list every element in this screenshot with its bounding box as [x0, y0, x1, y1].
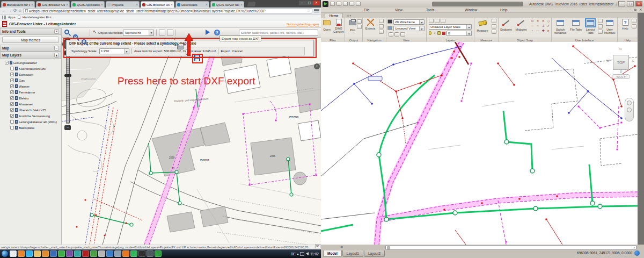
- open-icon[interactable]: [330, 2, 335, 6]
- tray-expand-icon[interactable]: ▴: [297, 252, 299, 255]
- snap-mode-grid[interactable]: ⊙ ✕ ✕ ◇ ◌ ○ ⊥ ∕∕ ▫ — ✚ ▸: [530, 19, 551, 33]
- taskbar-app-icon[interactable]: [138, 250, 145, 257]
- apps-label[interactable]: Apps: [8, 16, 16, 19]
- browser-tab[interactable]: GIS-Browser Uster ×: [36, 1, 70, 8]
- zoom-tool-icon[interactable]: [64, 30, 69, 34]
- cancel-button[interactable]: Cancel: [232, 49, 243, 53]
- switch-windows-button[interactable]: Switch Windows: [552, 19, 568, 34]
- terms-link[interactable]: Nutzungsbedingungen: [287, 23, 319, 26]
- measure-tool-icon[interactable]: [159, 30, 165, 35]
- clock[interactable]: 11:02: [310, 252, 319, 256]
- layer-row[interactable]: ▸ i Gas: [1, 77, 61, 83]
- snap-center-icon[interactable]: ⊙: [530, 19, 535, 24]
- redo-icon[interactable]: [356, 2, 361, 6]
- layer-state-select[interactable]: Unsaved Layer State ▼: [429, 24, 472, 30]
- layer-info-icon[interactable]: i: [10, 61, 12, 64]
- taskbar-app-icon[interactable]: [122, 250, 129, 257]
- viewcube-south[interactable]: S: [620, 70, 622, 73]
- viewcube-west[interactable]: W: [606, 59, 610, 62]
- zoom-icon[interactable]: [379, 24, 384, 28]
- share-arrow-icon[interactable]: [206, 30, 210, 35]
- extents-button[interactable]: Extents: [363, 19, 378, 30]
- tab-close-icon[interactable]: ×: [31, 3, 33, 6]
- viewcube-north[interactable]: N: [619, 47, 621, 51]
- current-layer-select[interactable]: 0 ▼: [447, 31, 472, 36]
- sheet-set-icon[interactable]: [336, 2, 341, 6]
- browser-tab[interactable]: Projecta ×: [106, 1, 140, 8]
- layer-info-icon[interactable]: i: [15, 78, 18, 82]
- endpoint-button[interactable]: Endpoint: [499, 19, 514, 31]
- viewcube[interactable]: N W E S TOP WCS ▾: [606, 46, 636, 96]
- layer-checkbox[interactable]: [10, 102, 14, 106]
- language-indicator[interactable]: DE: [291, 252, 296, 256]
- layer-row[interactable]: ▸ i Basispläne: [1, 125, 61, 131]
- layer-checkbox[interactable]: [10, 96, 14, 100]
- layer-row[interactable]: ▸ i Übersicht Vektor25: [1, 107, 61, 113]
- viewcube-top-face[interactable]: TOP: [613, 55, 629, 70]
- layer-row[interactable]: ▸ i Leitungskataster alt (2001): [1, 119, 61, 125]
- tab-home[interactable]: Home: [325, 13, 343, 18]
- taskbar-app-icon[interactable]: [18, 250, 25, 257]
- layer-row[interactable]: ▸ i Abwasser: [1, 101, 61, 107]
- snap-extension-icon[interactable]: —: [535, 28, 540, 33]
- map-layers-header[interactable]: Map Layers ▴: [0, 52, 61, 59]
- snap-intersection-icon[interactable]: ✕: [540, 19, 546, 24]
- close-button[interactable]: ✕: [635, 1, 642, 6]
- browser-tab[interactable]: QGIS Application ×: [71, 1, 105, 8]
- zoom-out-icon[interactable]: −: [82, 39, 86, 44]
- tab-close-icon[interactable]: ×: [171, 3, 173, 6]
- command-customize-icon[interactable]: [387, 246, 390, 249]
- taskbar-app-icon[interactable]: [106, 250, 113, 257]
- menu-tools[interactable]: Tools: [426, 8, 434, 12]
- export-button[interactable]: Export: [221, 49, 230, 53]
- chevron-down-icon[interactable]: ▼: [419, 20, 424, 24]
- layout-tab[interactable]: Layout1: [342, 250, 363, 257]
- action-center-icon[interactable]: [300, 252, 304, 256]
- layer-checkbox[interactable]: [10, 90, 14, 94]
- layer-info-icon[interactable]: i: [15, 126, 18, 130]
- navigation-bar[interactable]: [625, 98, 634, 121]
- measure-button[interactable]: Measure: [475, 19, 490, 32]
- help-button[interactable]: ? Help: [618, 19, 633, 30]
- layer-info-icon[interactable]: i: [15, 90, 18, 94]
- layer-color-swatch[interactable]: [442, 32, 445, 35]
- layer-properties-icon[interactable]: [429, 19, 434, 23]
- file-tabs-button[interactable]: File Tabs: [569, 19, 583, 31]
- close-button[interactable]: ✕: [313, 1, 320, 5]
- user-interface-button[interactable]: User Interface: [602, 19, 617, 34]
- undo-icon[interactable]: [349, 2, 354, 6]
- cad-canvas[interactable]: N W E S TOP WCS ▾: [321, 42, 638, 245]
- taskbar-app-icon[interactable]: [82, 250, 89, 257]
- maximize-button[interactable]: ▢: [627, 1, 634, 6]
- taskbar-app-icon[interactable]: [74, 250, 81, 257]
- layer-checkbox[interactable]: [10, 84, 14, 88]
- layer-lock-icon[interactable]: [437, 31, 441, 35]
- snap-insert-icon[interactable]: ▫: [530, 28, 535, 33]
- tab-close-icon[interactable]: ×: [206, 3, 208, 6]
- layer-row[interactable]: ▸ i Swisscom: [1, 71, 61, 77]
- chevron-down-icon[interactable]: ▼: [466, 25, 471, 29]
- taskbar-app-icon[interactable]: [90, 250, 97, 257]
- taskbar-app-icon[interactable]: [58, 250, 65, 257]
- snap-apparent-icon[interactable]: ✚: [540, 28, 546, 33]
- taskbar-app-icon[interactable]: [130, 250, 137, 257]
- pan-tool-icon[interactable]: [627, 108, 632, 112]
- trueview-logo-icon[interactable]: [323, 1, 328, 7]
- publish-icon[interactable]: [357, 25, 362, 29]
- url-text[interactable]: webgis.uster.ch/maps/liegenschaften_stad…: [29, 9, 306, 13]
- dwg-convert-button[interactable]: DWG Convert: [331, 19, 346, 33]
- layer-checkbox[interactable]: [10, 114, 14, 118]
- area-icon[interactable]: [492, 30, 496, 34]
- layer-info-icon[interactable]: i: [15, 96, 18, 100]
- identify-cursor-icon[interactable]: ↖: [93, 29, 97, 34]
- apps-grid-icon[interactable]: [2, 16, 6, 19]
- taskbar-app-icon[interactable]: [50, 250, 57, 257]
- browser-tab[interactable]: Downloads ×: [175, 1, 209, 8]
- export-pdf-icon[interactable]: [186, 49, 191, 55]
- communication-center-icon[interactable]: [634, 250, 640, 256]
- map-extent-icon[interactable]: [167, 30, 173, 35]
- visual-style-select[interactable]: 2D Wireframe ▼: [393, 19, 425, 25]
- layer-row[interactable]: ▸ i Fernwärme: [1, 89, 61, 95]
- taskbar-app-icon[interactable]: [114, 250, 121, 257]
- export-dxf-icon[interactable]: [194, 55, 200, 61]
